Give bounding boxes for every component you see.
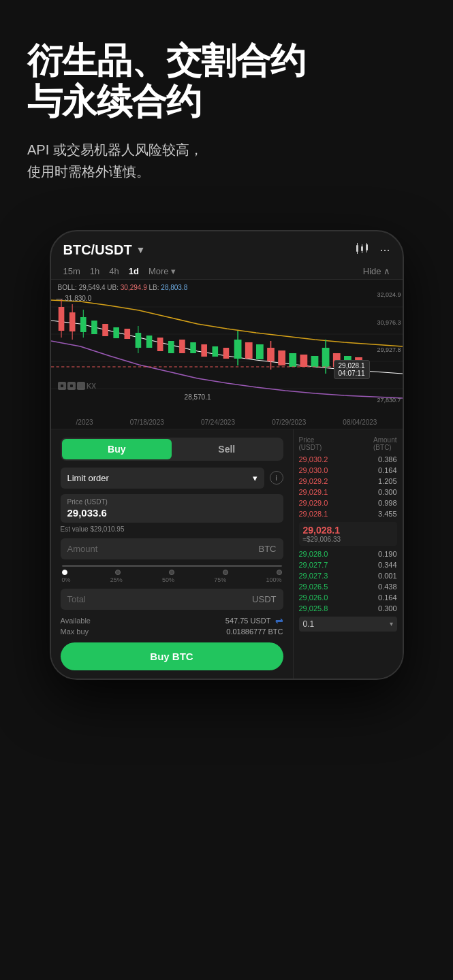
slider-row[interactable]: 0% 25% 50% 75% 100% bbox=[61, 565, 283, 583]
ob-bid-2: 29,027.7 0.344 bbox=[299, 561, 397, 569]
slider-50pct: 50% bbox=[162, 576, 174, 583]
svg-rect-29 bbox=[146, 336, 152, 348]
chart-area: BOLL: 29,549.4 UB: 30,294.9 LB: 28,803.8… bbox=[51, 280, 403, 416]
svg-rect-26 bbox=[135, 333, 141, 348]
svg-rect-31 bbox=[168, 341, 174, 353]
boll-label: BOLL: bbox=[58, 284, 79, 291]
ob-ask-amount-3: 1.205 bbox=[378, 477, 397, 485]
svg-rect-4 bbox=[362, 244, 362, 246]
ob-ask-price-3: 29,029.2 bbox=[299, 477, 328, 485]
buy-sell-tabs: Buy Sell bbox=[61, 438, 283, 461]
pair-chevron-icon: ▼ bbox=[136, 244, 146, 255]
ub-value: 30,294.9 bbox=[121, 284, 147, 291]
price-label-2: 30,976.3 bbox=[377, 319, 401, 326]
svg-rect-22 bbox=[91, 321, 97, 334]
ob-ask-price-4: 29,029.1 bbox=[299, 488, 328, 496]
svg-rect-41 bbox=[256, 344, 264, 359]
svg-rect-2 bbox=[357, 252, 358, 254]
ob-bid-amount-3: 0.001 bbox=[378, 572, 397, 580]
ob-ask-5: 29,029.0 0.998 bbox=[299, 499, 397, 507]
tf-1d[interactable]: 1d bbox=[129, 266, 139, 276]
buy-btc-button[interactable]: Buy BTC bbox=[61, 642, 283, 670]
svg-rect-36 bbox=[223, 348, 229, 359]
slider-dot-75 bbox=[223, 570, 228, 575]
lb-label: LB: bbox=[149, 284, 161, 291]
slider-track bbox=[62, 565, 282, 567]
more-options-icon[interactable]: ··· bbox=[379, 243, 390, 257]
ob-bid-amount-2: 0.344 bbox=[378, 561, 397, 569]
tf-4h[interactable]: 4h bbox=[109, 266, 119, 276]
svg-rect-35 bbox=[212, 346, 218, 357]
svg-rect-25 bbox=[124, 329, 130, 339]
ob-dropdown-arrow-icon: ▾ bbox=[390, 620, 393, 627]
price-input-label: Price (USDT) bbox=[67, 498, 277, 506]
trade-form: Buy Sell Limit order ▾ i Price (USDT) bbox=[51, 429, 294, 679]
ob-ask-amount-4: 0.300 bbox=[378, 488, 397, 496]
timeframe-bar: 15m 1h 4h 1d More ▾ Hide ∧ bbox=[51, 263, 403, 280]
svg-rect-47 bbox=[300, 355, 307, 367]
slider-100pct: 100% bbox=[266, 576, 281, 583]
phone-topbar: BTC/USDT ▼ bbox=[51, 231, 403, 263]
ob-bid-amount-4: 0.438 bbox=[378, 583, 397, 591]
order-type-chevron-icon: ▾ bbox=[253, 473, 257, 483]
tf-more[interactable]: More ▾ bbox=[149, 266, 176, 276]
ob-ask-price-1: 29,030.2 bbox=[299, 455, 328, 463]
ob-bid-4: 29,026.5 0.438 bbox=[299, 583, 397, 591]
tf-1h[interactable]: 1h bbox=[90, 266, 99, 276]
bottom-padding bbox=[0, 680, 453, 721]
price-input-group[interactable]: Price (USDT) 29,033.6 bbox=[61, 494, 283, 523]
svg-rect-0 bbox=[356, 245, 358, 252]
ob-dropdown-value: 0.1 bbox=[303, 619, 315, 629]
svg-rect-59 bbox=[61, 385, 63, 387]
svg-rect-5 bbox=[362, 251, 362, 253]
swap-icon[interactable]: ⇌ bbox=[275, 615, 283, 626]
hide-button[interactable]: Hide ∧ bbox=[363, 266, 390, 276]
slider-dot-25 bbox=[115, 570, 121, 575]
slider-dots bbox=[62, 570, 282, 575]
maxbuy-label: Max buy bbox=[61, 627, 89, 636]
ob-mid-price: 29,028.1 bbox=[303, 525, 393, 536]
svg-rect-40 bbox=[245, 342, 252, 359]
order-type-label: Limit order bbox=[67, 473, 109, 483]
ob-price-header: Price(USDT) bbox=[299, 436, 322, 451]
date-4: 07/29/2023 bbox=[272, 419, 306, 426]
svg-rect-58 bbox=[77, 382, 85, 390]
tf-15m[interactable]: 15m bbox=[63, 266, 80, 276]
ob-depth-dropdown[interactable]: 0.1 ▾ bbox=[299, 617, 397, 632]
ob-bid-price-5: 29,026.0 bbox=[299, 593, 328, 602]
ob-ask-1: 29,030.2 0.386 bbox=[299, 455, 397, 463]
current-time: 04:07:11 bbox=[339, 370, 365, 377]
svg-rect-30 bbox=[157, 338, 163, 351]
buy-tab[interactable]: Buy bbox=[62, 439, 172, 459]
pair-selector[interactable]: BTC/USDT ▼ bbox=[63, 242, 146, 258]
svg-rect-8 bbox=[366, 250, 367, 252]
order-type-select[interactable]: Limit order ▾ bbox=[61, 468, 264, 489]
ob-ask-2: 29,030.0 0.164 bbox=[299, 466, 397, 474]
hide-chevron-icon: ∧ bbox=[384, 266, 390, 276]
info-icon[interactable]: i bbox=[270, 471, 283, 485]
order-book-header: Price(USDT) Amount(BTC) bbox=[299, 436, 397, 451]
boll-value: 29,549.4 bbox=[79, 284, 106, 291]
ob-bid-price-1: 29,028.0 bbox=[299, 550, 328, 558]
current-price-box: 29,028.1 04:07:11 bbox=[334, 360, 370, 379]
sell-tab[interactable]: Sell bbox=[172, 439, 282, 459]
ob-mid-price-box: 29,028.1 ≈$29,006.33 bbox=[299, 522, 397, 546]
slider-dot-50 bbox=[169, 570, 174, 575]
ob-ask-amount-2: 0.164 bbox=[378, 466, 397, 474]
slider-dot-100 bbox=[277, 570, 282, 575]
ob-ask-3: 29,029.2 1.205 bbox=[299, 477, 397, 485]
ob-ask-price-2: 29,030.0 bbox=[299, 466, 328, 474]
amount-input-group[interactable]: Amount BTC bbox=[61, 538, 283, 559]
svg-rect-33 bbox=[190, 342, 196, 353]
ob-bid-6: 29,025.8 0.300 bbox=[299, 604, 397, 612]
ob-ask-price-6: 29,028.1 bbox=[299, 510, 328, 518]
svg-rect-46 bbox=[289, 353, 296, 367]
total-label: Total bbox=[67, 594, 86, 604]
ob-ask-amount-1: 0.386 bbox=[378, 455, 397, 463]
topbar-icons: ··· bbox=[355, 242, 390, 258]
order-type-row: Limit order ▾ i bbox=[61, 468, 283, 489]
chart-type-icon[interactable] bbox=[355, 242, 370, 258]
svg-rect-16 bbox=[69, 312, 75, 331]
total-input-group[interactable]: Total USDT bbox=[61, 589, 283, 610]
hide-label: Hide bbox=[363, 266, 381, 276]
